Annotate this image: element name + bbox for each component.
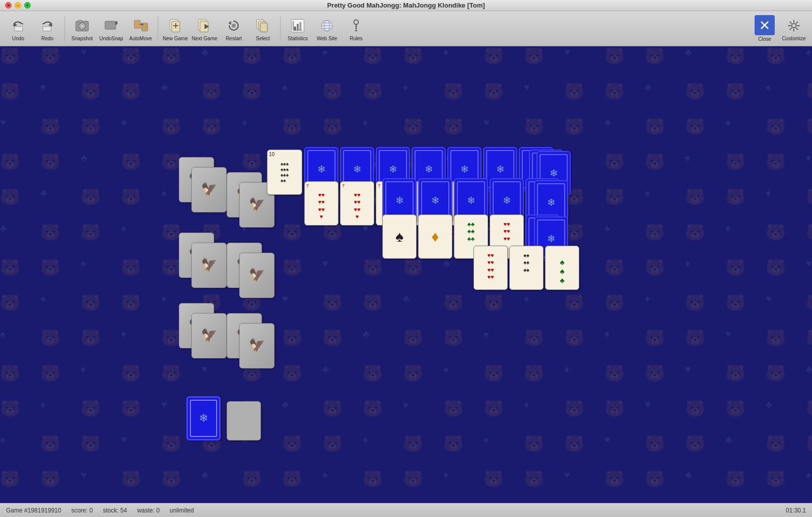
- svg-rect-7: [79, 20, 82, 22]
- card-spade-single[interactable]: ♠: [382, 214, 417, 259]
- card-diamond[interactable]: ♦: [418, 214, 452, 259]
- undosnap-button[interactable]: UndoSnap: [97, 13, 125, 44]
- rules-label: Rules: [350, 36, 363, 41]
- card-spades-row4[interactable]: ♠♠♠♠♠♠: [509, 246, 544, 290]
- restart-button[interactable]: Restart: [220, 13, 248, 44]
- close-button[interactable]: Close: [751, 13, 779, 44]
- game-info: Game #1981919910: [6, 507, 61, 514]
- waste-display: waste: 0: [137, 507, 160, 514]
- close-traffic-light[interactable]: ✕: [5, 2, 12, 9]
- svg-point-41: [792, 24, 796, 28]
- svg-rect-21: [232, 24, 235, 27]
- svg-point-6: [80, 24, 84, 28]
- card-gray-10[interactable]: 🦅: [191, 313, 227, 358]
- customize-label: Customize: [782, 36, 805, 41]
- select-icon: [254, 17, 272, 35]
- sep-1: [64, 16, 65, 41]
- undosnap-icon: [102, 17, 120, 35]
- traffic-lights: ✕ − +: [5, 2, 31, 9]
- maximize-traffic-light[interactable]: +: [24, 2, 31, 9]
- score-display: score: 0: [71, 507, 93, 514]
- nextgame-icon: [195, 17, 214, 35]
- window-title: Pretty Good MahJongg: MahJongg Klondike …: [327, 2, 485, 9]
- statistics-button[interactable]: Statistics: [284, 13, 312, 44]
- undosnap-label: UndoSnap: [99, 36, 123, 41]
- snapshot-button[interactable]: Snapshot: [68, 13, 96, 44]
- automove-label: AutoMove: [129, 36, 152, 41]
- svg-point-38: [355, 30, 357, 32]
- svg-rect-29: [297, 24, 299, 30]
- card-gray-2[interactable]: 🦅: [191, 167, 227, 212]
- snapshot-label: Snapshot: [72, 36, 93, 41]
- svg-rect-3: [43, 27, 51, 31]
- blue-card-bottom[interactable]: ❄: [186, 396, 221, 440]
- sep-3: [280, 16, 281, 41]
- undo-label: Undo: [12, 36, 24, 41]
- status-left: Game #1981919910 score: 0 stock: 54 wast…: [6, 507, 194, 514]
- stock-display: stock: 54: [103, 507, 127, 514]
- card-gray-bottom[interactable]: [227, 401, 261, 440]
- select-label: Select: [256, 36, 270, 41]
- close-icon: [755, 15, 775, 35]
- rules-button[interactable]: Rules: [342, 13, 370, 44]
- undo-icon: [9, 17, 27, 35]
- statistics-icon: [289, 17, 307, 35]
- time-display: 01:30.1: [786, 507, 806, 514]
- mode-display: unlimited: [170, 507, 194, 514]
- redo-label: Redo: [41, 36, 53, 41]
- svg-rect-28: [294, 27, 296, 30]
- minimize-traffic-light[interactable]: −: [15, 2, 21, 9]
- newgame-icon: [166, 17, 184, 35]
- svg-rect-10: [134, 20, 141, 28]
- website-label: Web Site: [317, 36, 337, 41]
- card-clubs-row4[interactable]: ♣♣♣: [545, 246, 579, 290]
- svg-rect-8: [105, 21, 116, 29]
- card-gray-8[interactable]: 🦅: [239, 253, 275, 298]
- newgame-label: New Game: [163, 36, 188, 41]
- select-button[interactable]: Select: [249, 13, 277, 44]
- automove-button[interactable]: AutoMove: [126, 13, 155, 44]
- svg-rect-24: [260, 23, 267, 32]
- card-spades-10[interactable]: 10 ♠♠♠♠♠♠♠♠♠♠♠: [267, 150, 302, 195]
- svg-marker-20: [228, 21, 231, 25]
- redo-button[interactable]: Redo: [33, 13, 61, 44]
- nextgame-label: Next Game: [192, 36, 218, 41]
- status-right: 01:30.1: [786, 507, 806, 514]
- automove-icon: [131, 17, 150, 35]
- statistics-label: Statistics: [288, 36, 308, 41]
- card-heart-7a[interactable]: 7 ♥♥♥♥♥♥♥: [304, 181, 339, 226]
- snapshot-icon: [73, 17, 91, 35]
- card-gray-6[interactable]: 🦅: [191, 243, 227, 288]
- website-icon: [318, 17, 336, 35]
- game-area[interactable]: 🐻🐻♥🐻🐻♣🐻🐻♠🐻🐻♦🐻🐻♥🐻🐻♣🐻🐻♠🐻♥🐻🐻♣🐻🐻♠🐻🐻♦🐻🐻♥🐻🐻♣🐻🐻…: [0, 46, 812, 503]
- rules-icon: [347, 17, 365, 35]
- toolbar: Undo Redo Snapshot: [0, 11, 812, 46]
- customize-button[interactable]: Customize: [780, 13, 808, 44]
- titlebar: ✕ − + Pretty Good MahJongg: MahJongg Klo…: [0, 0, 812, 11]
- svg-rect-30: [300, 22, 302, 30]
- card-heart-7b[interactable]: 7 ♥♥♥♥♥♥♥: [340, 181, 374, 226]
- svg-rect-1: [15, 27, 23, 31]
- card-hearts-row4[interactable]: ♥♥♥♥♥♥♥♥: [473, 246, 508, 290]
- undo-button[interactable]: Undo: [4, 13, 32, 44]
- close-label: Close: [758, 36, 771, 42]
- background-pattern: 🐻🐻♥🐻🐻♣🐻🐻♠🐻🐻♦🐻🐻♥🐻🐻♣🐻🐻♠🐻♥🐻🐻♣🐻🐻♠🐻🐻♦🐻🐻♥🐻🐻♣🐻🐻…: [0, 46, 812, 503]
- customize-icon: [785, 17, 803, 35]
- statusbar: Game #1981919910 score: 0 stock: 54 wast…: [0, 503, 812, 517]
- nextgame-button[interactable]: Next Game: [190, 13, 219, 44]
- svg-point-36: [354, 20, 359, 24]
- newgame-button[interactable]: New Game: [161, 13, 189, 44]
- restart-label: Restart: [226, 36, 242, 41]
- toolbar-right: Close Customize: [751, 13, 808, 44]
- sep-2: [158, 16, 158, 41]
- redo-icon: [38, 17, 56, 35]
- website-button[interactable]: Web Site: [313, 13, 341, 44]
- restart-icon: [225, 17, 243, 35]
- card-gray-12[interactable]: 🦅: [239, 323, 275, 368]
